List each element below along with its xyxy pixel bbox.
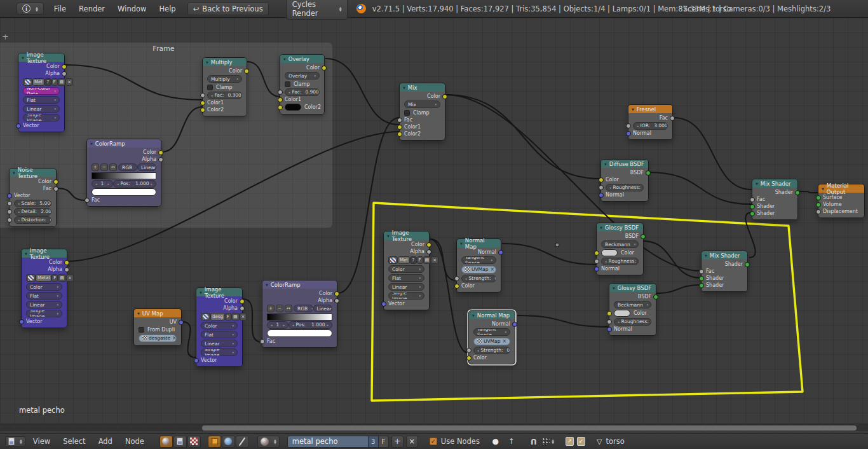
node-mix[interactable]: ▼MixColorMix▾ClampFacColor1Color2 — [399, 83, 445, 141]
clear-icon[interactable]: × — [502, 338, 506, 344]
menu-select[interactable]: Beckmann▾ — [601, 240, 639, 248]
color-mode-select[interactable]: RGB▾ — [294, 305, 313, 312]
node-glossy-bsdf-2[interactable]: ▼Glossy BSDFBSDFBeckmann▾Color◂Roughness… — [609, 283, 656, 336]
displacement-socket[interactable] — [816, 209, 821, 214]
menu-select[interactable]: Non-Color Data▾ — [23, 87, 60, 95]
color1-socket[interactable] — [397, 125, 402, 130]
fake-user-button[interactable]: F — [51, 274, 58, 282]
color2-socket[interactable] — [397, 132, 402, 137]
node-header[interactable]: ▼Image Texture — [18, 53, 64, 62]
collapse-icon[interactable]: ▼ — [90, 142, 93, 146]
shader-socket[interactable] — [745, 262, 750, 267]
node-glossy-bsdf-1[interactable]: ▼Glossy BSDFBSDFBeckmann▾Color◂Roughness… — [596, 223, 644, 275]
horizontal-scrollbar-track[interactable] — [0, 424, 868, 431]
fac-socket[interactable] — [260, 339, 265, 344]
shader-socket[interactable] — [750, 211, 755, 216]
color1-socket[interactable] — [278, 97, 283, 102]
add-stop-button[interactable]: + — [92, 163, 99, 171]
image-name-button[interactable]: desg — [210, 313, 225, 321]
colorramp-gradient[interactable] — [267, 314, 332, 321]
back-to-previous-button[interactable]: ↩ Back to Previous — [187, 3, 269, 15]
menu-select[interactable]: Multiply▾ — [207, 75, 242, 83]
menu-view[interactable]: View — [33, 437, 50, 446]
color-socket[interactable] — [53, 179, 58, 184]
fac-socket[interactable] — [670, 116, 675, 121]
color-socket[interactable] — [466, 356, 471, 361]
unlink-image-button[interactable]: × — [240, 313, 247, 321]
value-slider[interactable]: ◂Roughness:0.000▸ — [606, 184, 644, 191]
node-header[interactable]: ▼Mix — [400, 83, 445, 92]
image-name-button[interactable]: Met — [32, 78, 44, 86]
fake-user-button[interactable]: F — [379, 436, 389, 448]
value-slider[interactable]: ◂Fac:0.300▸ — [207, 92, 242, 99]
node-header[interactable]: ▼Glossy BSDF — [609, 284, 656, 292]
unlink-image-button[interactable]: × — [431, 256, 438, 264]
node-header[interactable]: ▼Fresnel — [628, 105, 672, 113]
stop-index-stepper[interactable]: ◂1▸ — [267, 321, 288, 329]
node-header[interactable]: ▼Mix Shader — [702, 251, 747, 259]
browse-image-button[interactable]: ▤ — [58, 78, 66, 86]
value-slider[interactable]: ◂Roughness:0.200▸ — [601, 258, 639, 265]
node-header[interactable]: ▼Multiply — [203, 58, 247, 66]
compositing-nodes-button[interactable] — [173, 436, 187, 448]
node-image-texture-1[interactable]: ▼Image TextureColorAlphaMet7F▤×Non-Color… — [18, 53, 65, 132]
color-socket[interactable] — [599, 177, 604, 183]
strength-socket[interactable] — [466, 348, 471, 353]
collapse-icon[interactable]: ▼ — [387, 234, 390, 238]
image-preview-button[interactable] — [201, 313, 210, 321]
node-header[interactable]: ▼Glossy BSDF — [597, 223, 643, 231]
fac-socket[interactable] — [750, 197, 755, 202]
fac-socket[interactable] — [278, 90, 283, 95]
value-slider[interactable]: ◂Distortion:0.100▸ — [14, 216, 51, 224]
value-slider[interactable]: ◂Scale:5.000▸ — [14, 200, 51, 207]
color-socket[interactable] — [442, 94, 447, 99]
colorramp-gradient[interactable] — [92, 172, 156, 179]
color-swatch[interactable] — [614, 310, 630, 317]
node-uv-map[interactable]: ▼UV MapUVFrom Duplidesgaste× — [133, 308, 182, 346]
pin-icon[interactable]: ● — [491, 436, 501, 446]
uv-socket[interactable] — [179, 320, 184, 325]
collapse-icon[interactable]: ▼ — [137, 312, 140, 315]
surface-socket[interactable] — [816, 195, 821, 200]
menu-window[interactable]: Window — [118, 4, 146, 13]
roughness-socket[interactable] — [594, 259, 599, 264]
linestyle-shader-button[interactable] — [236, 436, 249, 448]
collapse-icon[interactable]: ▼ — [472, 314, 475, 317]
shader-socket[interactable] — [750, 204, 755, 209]
shader-socket[interactable] — [699, 283, 704, 288]
node-header[interactable]: ▼ColorRamp — [87, 139, 161, 148]
node-header[interactable]: ▼ColorRamp — [262, 280, 337, 289]
strength-socket[interactable] — [454, 276, 459, 281]
node-image-texture-3[interactable]: ▼Image TextureColorAlphadesgF▤×Color▾Fla… — [196, 287, 243, 367]
menu-select[interactable]: Linear▾ — [201, 340, 238, 347]
menu-render[interactable]: Render — [79, 4, 105, 13]
shader-socket[interactable] — [699, 276, 704, 281]
collapse-icon[interactable]: ▼ — [460, 242, 463, 245]
delete-stop-button[interactable]: − — [100, 163, 108, 171]
fake-user-button[interactable]: F — [51, 78, 58, 86]
normal-socket[interactable] — [594, 266, 599, 272]
new-material-button[interactable]: + — [391, 436, 403, 448]
menu-add[interactable]: Add — [98, 437, 112, 446]
collapse-icon[interactable]: ▼ — [200, 291, 202, 294]
texture-nodes-button[interactable] — [187, 436, 201, 448]
alpha-socket[interactable] — [158, 157, 163, 162]
collapse-icon[interactable]: ▼ — [600, 226, 602, 230]
color-socket[interactable] — [334, 291, 339, 296]
color2-socket[interactable] — [278, 105, 283, 110]
unlink-image-button[interactable]: × — [65, 78, 73, 86]
collapse-icon[interactable]: ▼ — [266, 283, 268, 287]
node-image-texture-4[interactable]: ▼Image TextureColorAlphaMet7F▤×Non-Color… — [383, 231, 430, 310]
color-swatch[interactable] — [92, 188, 156, 196]
object-shader-button[interactable] — [208, 436, 221, 448]
menu-select[interactable]: Flat▾ — [26, 292, 62, 300]
render-engine-select[interactable]: Cycles Render ▲▼ — [287, 0, 348, 20]
fake-user-button[interactable]: F — [225, 313, 231, 321]
node-multiply[interactable]: ▼MultiplyColorMultiply▾Clamp◂Fac:0.300▸C… — [202, 57, 247, 116]
stop-index-stepper[interactable]: ◂1▸ — [92, 180, 113, 188]
node-header[interactable]: ▼Image Texture — [196, 288, 242, 296]
menu-select[interactable]: Single Image▾ — [23, 114, 60, 121]
menu-select[interactable]: Mix▾ — [404, 100, 440, 108]
detail-socket[interactable] — [7, 209, 12, 214]
image-preview-button[interactable] — [26, 274, 36, 282]
